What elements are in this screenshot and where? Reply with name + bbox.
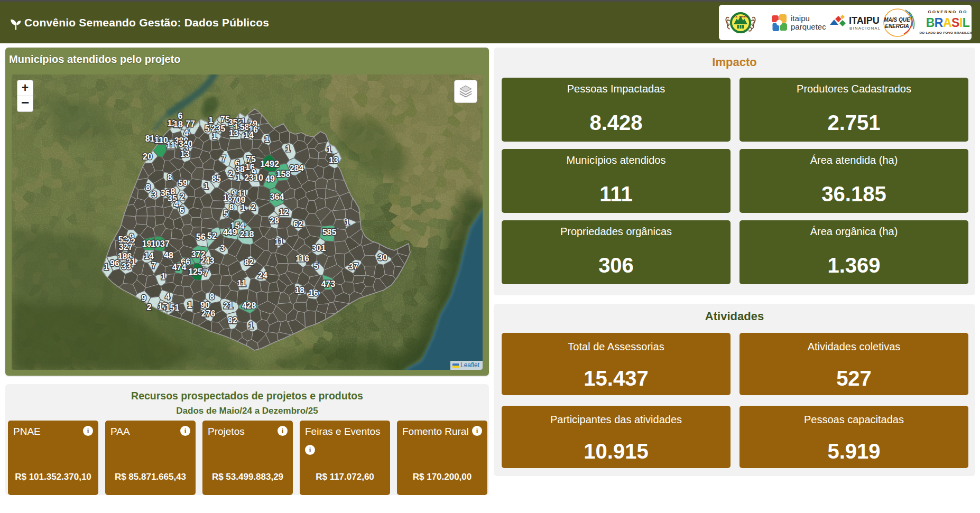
svg-text:473: 473 bbox=[321, 279, 336, 288]
svg-text:5: 5 bbox=[224, 209, 228, 218]
svg-text:449: 449 bbox=[223, 228, 237, 237]
svg-text:11: 11 bbox=[275, 237, 284, 246]
svg-text:59: 59 bbox=[178, 179, 188, 188]
svg-text:1: 1 bbox=[241, 203, 246, 212]
svg-text:585: 585 bbox=[322, 228, 337, 237]
svg-text:1: 1 bbox=[188, 301, 192, 310]
svg-text:30: 30 bbox=[378, 253, 387, 262]
svg-text:8: 8 bbox=[229, 203, 234, 212]
svg-text:2: 2 bbox=[251, 203, 256, 212]
svg-text:7: 7 bbox=[204, 268, 209, 277]
svg-text:1: 1 bbox=[209, 116, 214, 125]
svg-text:3: 3 bbox=[220, 244, 225, 253]
svg-text:2310: 2310 bbox=[244, 173, 263, 182]
svg-text:6: 6 bbox=[178, 111, 183, 120]
svg-text:243: 243 bbox=[200, 256, 215, 265]
svg-text:13: 13 bbox=[229, 129, 238, 138]
svg-text:48: 48 bbox=[164, 251, 173, 260]
svg-text:428: 428 bbox=[242, 301, 256, 310]
svg-text:1: 1 bbox=[204, 182, 209, 191]
svg-text:6: 6 bbox=[180, 206, 184, 214]
svg-text:1: 1 bbox=[265, 135, 270, 144]
svg-text:276: 276 bbox=[201, 309, 216, 318]
svg-text:4: 4 bbox=[174, 200, 179, 209]
svg-text:218: 218 bbox=[240, 230, 254, 239]
svg-text:MAIS QUE: MAIS QUE bbox=[884, 17, 910, 23]
svg-text:1: 1 bbox=[212, 132, 217, 141]
svg-text:52: 52 bbox=[207, 231, 217, 240]
svg-text:21: 21 bbox=[224, 301, 233, 310]
svg-text:77: 77 bbox=[186, 119, 195, 128]
svg-text:11: 11 bbox=[237, 279, 246, 288]
svg-text:13: 13 bbox=[329, 156, 338, 165]
svg-text:301: 301 bbox=[312, 244, 326, 253]
svg-text:158: 158 bbox=[276, 170, 291, 179]
svg-text:2: 2 bbox=[228, 170, 233, 179]
svg-text:8: 8 bbox=[168, 173, 172, 182]
svg-text:38: 38 bbox=[235, 165, 245, 174]
svg-text:1: 1 bbox=[286, 144, 291, 153]
svg-text:7: 7 bbox=[221, 154, 226, 163]
svg-text:1: 1 bbox=[104, 263, 109, 272]
svg-text:82: 82 bbox=[228, 316, 237, 325]
svg-text:7: 7 bbox=[152, 261, 156, 270]
svg-text:327: 327 bbox=[119, 242, 133, 251]
svg-text:4: 4 bbox=[165, 292, 170, 301]
svg-text:33: 33 bbox=[122, 262, 131, 271]
svg-text:49: 49 bbox=[265, 174, 275, 183]
svg-text:12: 12 bbox=[279, 208, 289, 217]
svg-text:GOVERNO DO: GOVERNO DO bbox=[928, 10, 967, 14]
svg-text:ITAIPU: ITAIPU bbox=[849, 15, 880, 26]
svg-text:37: 37 bbox=[349, 262, 358, 271]
svg-text:18: 18 bbox=[295, 286, 304, 295]
svg-text:20: 20 bbox=[143, 152, 152, 161]
svg-text:85: 85 bbox=[211, 174, 221, 183]
svg-text:14: 14 bbox=[144, 251, 154, 260]
svg-text:13: 13 bbox=[180, 150, 190, 158]
svg-text:5: 5 bbox=[205, 124, 210, 133]
svg-text:ENERGIA: ENERGIA bbox=[885, 23, 909, 29]
svg-text:3: 3 bbox=[152, 190, 157, 199]
svg-text:itaipu: itaipu bbox=[791, 14, 810, 23]
svg-text:364: 364 bbox=[270, 192, 284, 201]
svg-text:1: 1 bbox=[249, 321, 254, 330]
svg-text:DO LADO DO POVO BRASILEIRO: DO LADO DO POVO BRASILEIRO bbox=[920, 31, 972, 34]
svg-text:9: 9 bbox=[142, 294, 146, 303]
svg-text:2: 2 bbox=[180, 192, 185, 201]
svg-text:1: 1 bbox=[236, 173, 241, 182]
svg-text:BINACIONAL: BINACIONAL bbox=[849, 26, 881, 31]
svg-text:2: 2 bbox=[147, 303, 152, 312]
svg-text:8: 8 bbox=[210, 292, 215, 301]
svg-text:82: 82 bbox=[244, 258, 254, 267]
svg-text:14: 14 bbox=[244, 130, 254, 139]
svg-text:1: 1 bbox=[327, 145, 332, 154]
svg-text:151: 151 bbox=[165, 303, 180, 312]
svg-text:18: 18 bbox=[173, 120, 183, 129]
svg-text:CCA - PARANÁ: CCA - PARANÁ bbox=[733, 15, 748, 18]
svg-text:parquetec: parquetec bbox=[791, 22, 826, 31]
svg-text:5: 5 bbox=[314, 262, 319, 271]
svg-text:284: 284 bbox=[290, 164, 304, 173]
svg-text:8: 8 bbox=[146, 183, 151, 192]
svg-text:1: 1 bbox=[345, 218, 350, 227]
svg-text:62: 62 bbox=[293, 220, 303, 229]
svg-text:116: 116 bbox=[295, 254, 309, 263]
svg-text:1492: 1492 bbox=[260, 160, 279, 169]
svg-text:56: 56 bbox=[196, 232, 206, 241]
svg-text:24: 24 bbox=[258, 271, 267, 280]
svg-text:1: 1 bbox=[161, 272, 166, 281]
svg-text:1037: 1037 bbox=[151, 239, 170, 248]
svg-text:16: 16 bbox=[309, 288, 318, 297]
svg-text:96: 96 bbox=[110, 259, 119, 268]
svg-text:BRASIL: BRASIL bbox=[926, 16, 970, 30]
svg-text:90: 90 bbox=[200, 301, 210, 310]
svg-text:474: 474 bbox=[172, 263, 187, 272]
svg-text:28: 28 bbox=[270, 216, 279, 225]
